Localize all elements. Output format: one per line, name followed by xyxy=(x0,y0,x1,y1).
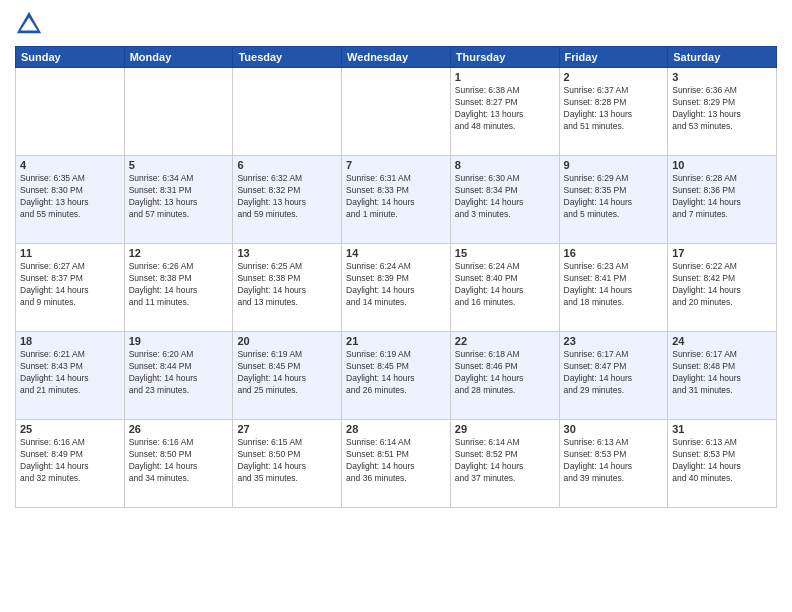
day-info: Sunrise: 6:20 AM Sunset: 8:44 PM Dayligh… xyxy=(129,349,229,397)
calendar-cell: 20Sunrise: 6:19 AM Sunset: 8:45 PM Dayli… xyxy=(233,332,342,420)
day-number: 4 xyxy=(20,159,120,171)
page: SundayMondayTuesdayWednesdayThursdayFrid… xyxy=(0,0,792,612)
day-info: Sunrise: 6:35 AM Sunset: 8:30 PM Dayligh… xyxy=(20,173,120,221)
weekday-header-wednesday: Wednesday xyxy=(342,47,451,68)
weekday-header-monday: Monday xyxy=(124,47,233,68)
calendar-cell: 15Sunrise: 6:24 AM Sunset: 8:40 PM Dayli… xyxy=(450,244,559,332)
calendar-cell: 2Sunrise: 6:37 AM Sunset: 8:28 PM Daylig… xyxy=(559,68,668,156)
day-info: Sunrise: 6:24 AM Sunset: 8:39 PM Dayligh… xyxy=(346,261,446,309)
day-info: Sunrise: 6:37 AM Sunset: 8:28 PM Dayligh… xyxy=(564,85,664,133)
day-info: Sunrise: 6:21 AM Sunset: 8:43 PM Dayligh… xyxy=(20,349,120,397)
week-row-2: 4Sunrise: 6:35 AM Sunset: 8:30 PM Daylig… xyxy=(16,156,777,244)
day-number: 5 xyxy=(129,159,229,171)
day-number: 19 xyxy=(129,335,229,347)
logo-icon xyxy=(15,10,43,38)
day-number: 18 xyxy=(20,335,120,347)
weekday-header-saturday: Saturday xyxy=(668,47,777,68)
calendar-cell: 1Sunrise: 6:38 AM Sunset: 8:27 PM Daylig… xyxy=(450,68,559,156)
day-info: Sunrise: 6:30 AM Sunset: 8:34 PM Dayligh… xyxy=(455,173,555,221)
day-number: 17 xyxy=(672,247,772,259)
calendar-cell: 17Sunrise: 6:22 AM Sunset: 8:42 PM Dayli… xyxy=(668,244,777,332)
day-number: 6 xyxy=(237,159,337,171)
header xyxy=(15,10,777,38)
day-info: Sunrise: 6:25 AM Sunset: 8:38 PM Dayligh… xyxy=(237,261,337,309)
day-info: Sunrise: 6:13 AM Sunset: 8:53 PM Dayligh… xyxy=(672,437,772,485)
day-info: Sunrise: 6:16 AM Sunset: 8:49 PM Dayligh… xyxy=(20,437,120,485)
day-info: Sunrise: 6:14 AM Sunset: 8:51 PM Dayligh… xyxy=(346,437,446,485)
weekday-header-friday: Friday xyxy=(559,47,668,68)
calendar-cell: 10Sunrise: 6:28 AM Sunset: 8:36 PM Dayli… xyxy=(668,156,777,244)
day-info: Sunrise: 6:19 AM Sunset: 8:45 PM Dayligh… xyxy=(237,349,337,397)
week-row-4: 18Sunrise: 6:21 AM Sunset: 8:43 PM Dayli… xyxy=(16,332,777,420)
day-info: Sunrise: 6:27 AM Sunset: 8:37 PM Dayligh… xyxy=(20,261,120,309)
week-row-1: 1Sunrise: 6:38 AM Sunset: 8:27 PM Daylig… xyxy=(16,68,777,156)
day-info: Sunrise: 6:34 AM Sunset: 8:31 PM Dayligh… xyxy=(129,173,229,221)
day-info: Sunrise: 6:17 AM Sunset: 8:48 PM Dayligh… xyxy=(672,349,772,397)
calendar-cell: 18Sunrise: 6:21 AM Sunset: 8:43 PM Dayli… xyxy=(16,332,125,420)
day-number: 9 xyxy=(564,159,664,171)
day-number: 11 xyxy=(20,247,120,259)
day-info: Sunrise: 6:28 AM Sunset: 8:36 PM Dayligh… xyxy=(672,173,772,221)
day-number: 1 xyxy=(455,71,555,83)
calendar-cell: 28Sunrise: 6:14 AM Sunset: 8:51 PM Dayli… xyxy=(342,420,451,508)
day-number: 25 xyxy=(20,423,120,435)
calendar-cell: 31Sunrise: 6:13 AM Sunset: 8:53 PM Dayli… xyxy=(668,420,777,508)
calendar-cell: 27Sunrise: 6:15 AM Sunset: 8:50 PM Dayli… xyxy=(233,420,342,508)
day-number: 27 xyxy=(237,423,337,435)
day-number: 7 xyxy=(346,159,446,171)
day-info: Sunrise: 6:32 AM Sunset: 8:32 PM Dayligh… xyxy=(237,173,337,221)
day-number: 21 xyxy=(346,335,446,347)
day-number: 24 xyxy=(672,335,772,347)
day-info: Sunrise: 6:13 AM Sunset: 8:53 PM Dayligh… xyxy=(564,437,664,485)
day-info: Sunrise: 6:18 AM Sunset: 8:46 PM Dayligh… xyxy=(455,349,555,397)
day-number: 14 xyxy=(346,247,446,259)
day-info: Sunrise: 6:14 AM Sunset: 8:52 PM Dayligh… xyxy=(455,437,555,485)
calendar-cell xyxy=(342,68,451,156)
day-number: 16 xyxy=(564,247,664,259)
day-info: Sunrise: 6:16 AM Sunset: 8:50 PM Dayligh… xyxy=(129,437,229,485)
day-info: Sunrise: 6:31 AM Sunset: 8:33 PM Dayligh… xyxy=(346,173,446,221)
day-info: Sunrise: 6:15 AM Sunset: 8:50 PM Dayligh… xyxy=(237,437,337,485)
calendar-cell: 23Sunrise: 6:17 AM Sunset: 8:47 PM Dayli… xyxy=(559,332,668,420)
calendar-cell: 21Sunrise: 6:19 AM Sunset: 8:45 PM Dayli… xyxy=(342,332,451,420)
calendar-cell: 13Sunrise: 6:25 AM Sunset: 8:38 PM Dayli… xyxy=(233,244,342,332)
calendar-cell: 6Sunrise: 6:32 AM Sunset: 8:32 PM Daylig… xyxy=(233,156,342,244)
calendar-cell: 9Sunrise: 6:29 AM Sunset: 8:35 PM Daylig… xyxy=(559,156,668,244)
calendar-cell: 24Sunrise: 6:17 AM Sunset: 8:48 PM Dayli… xyxy=(668,332,777,420)
day-info: Sunrise: 6:19 AM Sunset: 8:45 PM Dayligh… xyxy=(346,349,446,397)
day-number: 20 xyxy=(237,335,337,347)
day-number: 8 xyxy=(455,159,555,171)
calendar-cell: 4Sunrise: 6:35 AM Sunset: 8:30 PM Daylig… xyxy=(16,156,125,244)
calendar-cell: 8Sunrise: 6:30 AM Sunset: 8:34 PM Daylig… xyxy=(450,156,559,244)
weekday-header-thursday: Thursday xyxy=(450,47,559,68)
day-number: 10 xyxy=(672,159,772,171)
calendar-cell: 7Sunrise: 6:31 AM Sunset: 8:33 PM Daylig… xyxy=(342,156,451,244)
calendar-cell: 25Sunrise: 6:16 AM Sunset: 8:49 PM Dayli… xyxy=(16,420,125,508)
day-number: 26 xyxy=(129,423,229,435)
day-number: 15 xyxy=(455,247,555,259)
day-info: Sunrise: 6:38 AM Sunset: 8:27 PM Dayligh… xyxy=(455,85,555,133)
calendar-cell: 11Sunrise: 6:27 AM Sunset: 8:37 PM Dayli… xyxy=(16,244,125,332)
weekday-header-tuesday: Tuesday xyxy=(233,47,342,68)
calendar-cell: 29Sunrise: 6:14 AM Sunset: 8:52 PM Dayli… xyxy=(450,420,559,508)
day-number: 12 xyxy=(129,247,229,259)
day-number: 13 xyxy=(237,247,337,259)
calendar-cell: 3Sunrise: 6:36 AM Sunset: 8:29 PM Daylig… xyxy=(668,68,777,156)
week-row-3: 11Sunrise: 6:27 AM Sunset: 8:37 PM Dayli… xyxy=(16,244,777,332)
logo xyxy=(15,10,47,38)
calendar-cell xyxy=(233,68,342,156)
weekday-header-sunday: Sunday xyxy=(16,47,125,68)
day-info: Sunrise: 6:29 AM Sunset: 8:35 PM Dayligh… xyxy=(564,173,664,221)
calendar-table: SundayMondayTuesdayWednesdayThursdayFrid… xyxy=(15,46,777,508)
day-number: 28 xyxy=(346,423,446,435)
calendar-cell: 22Sunrise: 6:18 AM Sunset: 8:46 PM Dayli… xyxy=(450,332,559,420)
day-info: Sunrise: 6:24 AM Sunset: 8:40 PM Dayligh… xyxy=(455,261,555,309)
day-number: 23 xyxy=(564,335,664,347)
week-row-5: 25Sunrise: 6:16 AM Sunset: 8:49 PM Dayli… xyxy=(16,420,777,508)
calendar-cell: 26Sunrise: 6:16 AM Sunset: 8:50 PM Dayli… xyxy=(124,420,233,508)
day-number: 22 xyxy=(455,335,555,347)
day-number: 30 xyxy=(564,423,664,435)
day-number: 29 xyxy=(455,423,555,435)
day-info: Sunrise: 6:36 AM Sunset: 8:29 PM Dayligh… xyxy=(672,85,772,133)
day-number: 3 xyxy=(672,71,772,83)
